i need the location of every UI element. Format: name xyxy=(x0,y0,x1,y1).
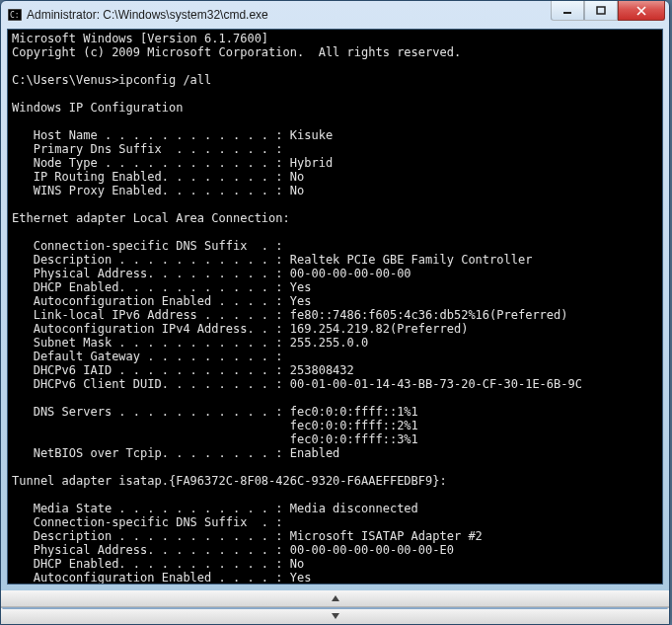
line: fec0:0:0:ffff::3%1 xyxy=(12,432,418,446)
line: Node Type . . . . . . . . . . . . : Hybr… xyxy=(12,156,333,170)
line: Host Name . . . . . . . . . . . . : Kisu… xyxy=(12,128,333,142)
scroll-thumb[interactable] xyxy=(2,607,668,609)
vertical-scrollbar[interactable] xyxy=(1,590,669,624)
svg-rect-3 xyxy=(597,7,605,14)
line: Physical Address. . . . . . . . . : 00-0… xyxy=(12,543,454,557)
line: Windows IP Configuration xyxy=(12,101,183,115)
line: Subnet Mask . . . . . . . . . . . : 255.… xyxy=(12,336,368,350)
line: DNS Servers . . . . . . . . . . . : fec0… xyxy=(12,405,418,419)
line: DHCPv6 IAID . . . . . . . . . . . : 2538… xyxy=(12,363,354,377)
line: Physical Address. . . . . . . . . : 00-0… xyxy=(12,267,411,280)
line: Primary Dns Suffix . . . . . . . : xyxy=(12,142,283,156)
svg-marker-7 xyxy=(332,613,339,619)
line: Connection-specific DNS Suffix . : xyxy=(12,515,283,529)
line: C:\Users\Venus>ipconfig /all xyxy=(12,73,211,87)
line: Autoconfiguration Enabled . . . . : Yes xyxy=(12,571,311,585)
line: Tunnel adapter isatap.{FA96372C-8F08-426… xyxy=(12,474,447,488)
line: fec0:0:0:ffff::2%1 xyxy=(12,419,418,432)
line: Connection-specific DNS Suffix . : xyxy=(12,239,283,253)
minimize-button[interactable] xyxy=(551,1,584,21)
line: Copyright (c) 2009 Microsoft Corporation… xyxy=(12,45,461,59)
maximize-button[interactable] xyxy=(584,1,618,21)
line: Microsoft Windows [Version 6.1.7600] xyxy=(12,32,268,45)
line: DHCP Enabled. . . . . . . . . . . : Yes xyxy=(12,280,311,294)
svg-marker-6 xyxy=(332,595,339,601)
line: Link-local IPv6 Address . . . . . : fe80… xyxy=(12,308,568,322)
line: Default Gateway . . . . . . . . . : xyxy=(12,350,283,363)
line: DHCPv6 Client DUID. . . . . . . . : 00-0… xyxy=(12,377,582,391)
cmd-icon: C: xyxy=(7,7,23,23)
cmd-window: C: Administrator: C:\Windows\system32\cm… xyxy=(0,0,670,625)
line: Ethernet adapter Local Area Connection: xyxy=(12,211,290,225)
line: Description . . . . . . . . . . . : Real… xyxy=(12,253,532,267)
console-output[interactable]: Microsoft Windows [Version 6.1.7600] Cop… xyxy=(7,29,663,585)
line: Description . . . . . . . . . . . : Micr… xyxy=(12,529,483,543)
line: Autoconfiguration Enabled . . . . : Yes xyxy=(12,294,311,308)
line: WINS Proxy Enabled. . . . . . . . : No xyxy=(12,184,304,197)
line: DHCP Enabled. . . . . . . . . . . : No xyxy=(12,557,304,571)
line: Autoconfiguration IPv4 Address. . : 169.… xyxy=(12,322,468,336)
window-controls xyxy=(551,1,665,21)
titlebar[interactable]: C: Administrator: C:\Windows\system32\cm… xyxy=(1,1,669,29)
scroll-up-button[interactable] xyxy=(1,590,669,607)
line: Media State . . . . . . . . . . . : Medi… xyxy=(12,502,418,515)
line: NetBIOS over Tcpip. . . . . . . . : Enab… xyxy=(12,446,339,460)
svg-text:C:: C: xyxy=(10,11,20,20)
scroll-down-button[interactable] xyxy=(1,607,669,624)
close-button[interactable] xyxy=(618,1,665,21)
line: IP Routing Enabled. . . . . . . . : No xyxy=(12,170,304,184)
